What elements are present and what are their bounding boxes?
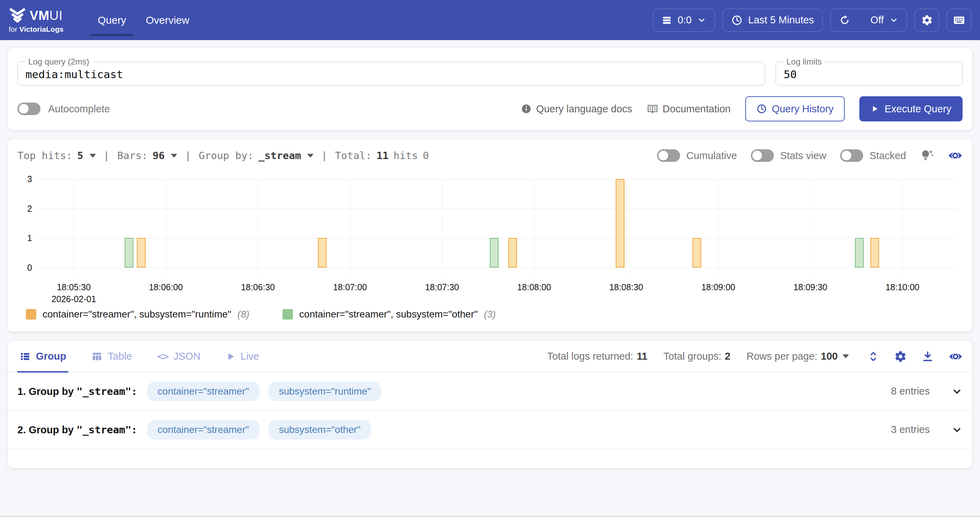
time-range-button[interactable]: Last 5 Minutes bbox=[722, 9, 823, 32]
autocomplete-toggle[interactable]: Autocomplete bbox=[18, 103, 110, 115]
query-panel: Log query (2ms) media:multicast Log limi… bbox=[8, 48, 972, 130]
group-row-2: 2. Group by "_stream": container="stream… bbox=[8, 410, 972, 449]
autocomplete-label: Autocomplete bbox=[48, 103, 110, 115]
x-axis-date-label: 2026-02-01 bbox=[52, 294, 96, 304]
autocomplete-switch[interactable] bbox=[18, 103, 40, 115]
tab-json[interactable]: <> JSON bbox=[155, 341, 202, 372]
legend-item[interactable]: container="streamer", subsystem="other"(… bbox=[283, 309, 496, 320]
stream-pill[interactable]: container="streamer" bbox=[147, 382, 259, 401]
chart-bar bbox=[490, 238, 499, 267]
tab-group[interactable]: Group bbox=[18, 341, 68, 372]
group-row-1-label: 1. Group by "_stream": bbox=[18, 385, 137, 397]
log-query-value[interactable]: media:multicast bbox=[23, 66, 759, 81]
columns-visibility-eye-icon[interactable] bbox=[948, 350, 963, 364]
results-panel: Group Table <> JSON bbox=[8, 341, 972, 468]
tab-table[interactable]: Table bbox=[89, 341, 134, 372]
log-limits-value[interactable]: 50 bbox=[781, 66, 957, 81]
legend-series-name: container="streamer", subsystem="runtime… bbox=[43, 309, 231, 320]
log-limits-input[interactable]: Log limits 50 bbox=[776, 57, 963, 86]
chart-bar bbox=[693, 238, 702, 267]
dropdown-caret-icon[interactable] bbox=[90, 154, 96, 157]
rows-per-page-select[interactable]: Rows per page:100 bbox=[746, 351, 849, 362]
tab-live[interactable]: Live bbox=[224, 341, 261, 372]
stream-pill[interactable]: container="streamer" bbox=[147, 420, 259, 439]
execute-query-button[interactable]: Execute Query bbox=[859, 96, 963, 121]
y-gridline bbox=[37, 179, 958, 179]
nav-tab-overview-label: Overview bbox=[146, 14, 189, 26]
group-row-1-entries: 8 entries bbox=[891, 385, 930, 397]
navbar: VMUI for VictoriaLogs Query Overview 0:0 bbox=[0, 0, 980, 40]
legend-series-count: (3) bbox=[484, 309, 496, 320]
cumulative-toggle[interactable]: Cumulative bbox=[657, 149, 737, 162]
stream-pill[interactable]: subsystem="other" bbox=[269, 420, 371, 439]
app-subtitle: for VictoriaLogs bbox=[9, 25, 64, 33]
x-gridline bbox=[258, 179, 258, 277]
chart-bar bbox=[616, 179, 625, 267]
total-label: Total: bbox=[335, 150, 372, 162]
x-gridline bbox=[350, 179, 350, 277]
shortcuts-button[interactable] bbox=[947, 9, 971, 32]
chart-plot[interactable]: 18:05:302026-02-0118:06:0018:06:3018:07:… bbox=[37, 179, 958, 267]
x-tick-label: 18:06:00 bbox=[149, 282, 183, 292]
app-logo[interactable]: VMUI for VictoriaLogs bbox=[9, 7, 64, 33]
y-tick-label: 0 bbox=[27, 263, 32, 273]
bar-chart: 0123 18:05:302026-02-0118:06:0018:06:301… bbox=[18, 169, 963, 304]
group-row-1: 1. Group by "_stream": container="stream… bbox=[8, 372, 972, 410]
legend-series-name: container="streamer", subsystem="other" bbox=[299, 309, 477, 320]
x-gridline bbox=[626, 179, 627, 277]
y-tick-label: 3 bbox=[27, 174, 32, 184]
y-gridline bbox=[37, 267, 958, 268]
legend-swatch bbox=[26, 309, 36, 320]
stream-pill[interactable]: subsystem="runtime" bbox=[269, 382, 381, 401]
expand-group-chevron-icon[interactable] bbox=[951, 424, 963, 435]
gear-icon bbox=[921, 14, 933, 26]
nav-tab-query[interactable]: Query bbox=[88, 0, 136, 40]
documentation-link[interactable]: Documentation bbox=[647, 103, 731, 115]
table-settings-gear-icon[interactable] bbox=[894, 350, 907, 363]
table-icon bbox=[91, 351, 103, 362]
clock-icon bbox=[731, 15, 743, 26]
x-gridline bbox=[810, 179, 811, 277]
y-axis-labels: 0123 bbox=[18, 179, 32, 267]
total-groups: Total groups:2 bbox=[663, 351, 730, 362]
info-icon bbox=[521, 103, 531, 114]
download-icon[interactable] bbox=[921, 350, 934, 363]
nav-tab-query-label: Query bbox=[98, 14, 126, 26]
settings-button[interactable] bbox=[915, 9, 939, 32]
y-tick-label: 2 bbox=[27, 204, 32, 213]
log-query-input[interactable]: Log query (2ms) media:multicast bbox=[18, 57, 765, 86]
play-icon bbox=[870, 105, 879, 113]
y-gridline bbox=[37, 208, 958, 209]
tenant-selector[interactable]: 0:0 bbox=[653, 9, 715, 32]
victorialogs-logo-icon bbox=[9, 7, 26, 24]
x-gridline bbox=[442, 179, 442, 277]
history-clock-icon bbox=[756, 103, 767, 114]
legend-item[interactable]: container="streamer", subsystem="runtime… bbox=[26, 309, 249, 320]
expand-group-chevron-icon[interactable] bbox=[951, 386, 963, 397]
chart-bar bbox=[137, 238, 146, 267]
tips-bulb-icon[interactable] bbox=[920, 149, 934, 162]
legend-swatch bbox=[283, 309, 293, 320]
dropdown-caret-icon[interactable] bbox=[171, 154, 177, 157]
x-tick-label: 18:06:30 bbox=[241, 282, 275, 292]
chart-bar bbox=[870, 238, 879, 267]
active-tab-indicator bbox=[18, 371, 68, 372]
nav-tabs: Query Overview bbox=[88, 0, 199, 40]
bars-value[interactable]: 96 bbox=[153, 150, 165, 162]
stacked-toggle[interactable]: Stacked bbox=[840, 149, 906, 162]
chart-bar bbox=[855, 238, 864, 267]
nav-tab-overview[interactable]: Overview bbox=[136, 0, 199, 40]
chart-panel: Top hits: 5 | Bars: 96 | Group by: _stre… bbox=[8, 139, 972, 332]
stats-view-toggle[interactable]: Stats view bbox=[751, 149, 826, 162]
query-history-button[interactable]: Query History bbox=[745, 96, 845, 121]
dropdown-caret-icon[interactable] bbox=[307, 154, 313, 157]
expand-rows-icon[interactable] bbox=[867, 350, 880, 363]
total-hits-value: 11 bbox=[376, 150, 388, 162]
top-hits-value[interactable]: 5 bbox=[77, 150, 83, 162]
x-tick-label: 18:08:30 bbox=[609, 282, 643, 292]
query-language-docs-link[interactable]: Query language docs bbox=[521, 103, 632, 115]
group-by-value[interactable]: _stream bbox=[258, 150, 301, 162]
y-tick-label: 1 bbox=[27, 233, 32, 243]
autorefresh-control[interactable]: Off bbox=[830, 9, 907, 32]
graph-visibility-eye-icon[interactable] bbox=[948, 148, 963, 163]
